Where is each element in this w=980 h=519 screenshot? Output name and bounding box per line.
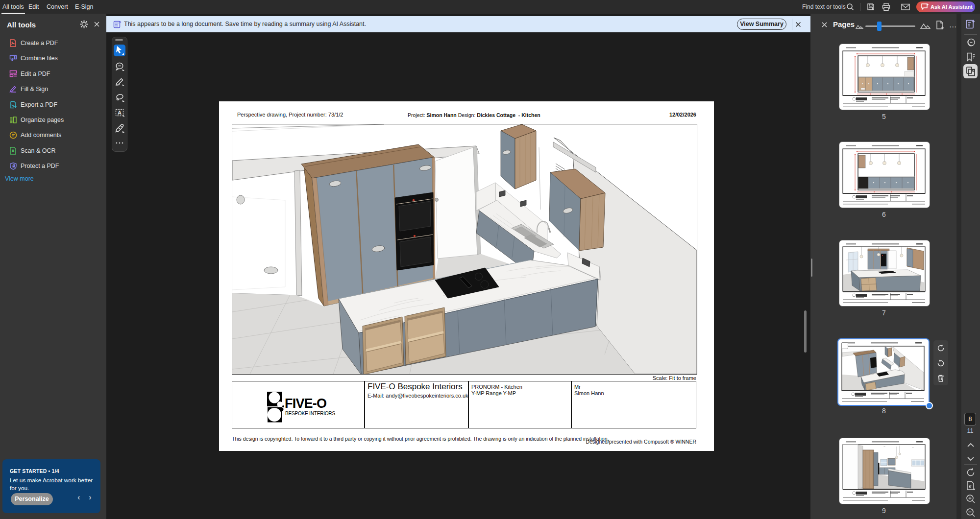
svg-text:BESPOKE INTERIORS: BESPOKE INTERIORS <box>285 411 335 416</box>
svg-text:FIVE-O: FIVE-O <box>285 396 326 411</box>
svg-text:A: A <box>118 110 122 116</box>
